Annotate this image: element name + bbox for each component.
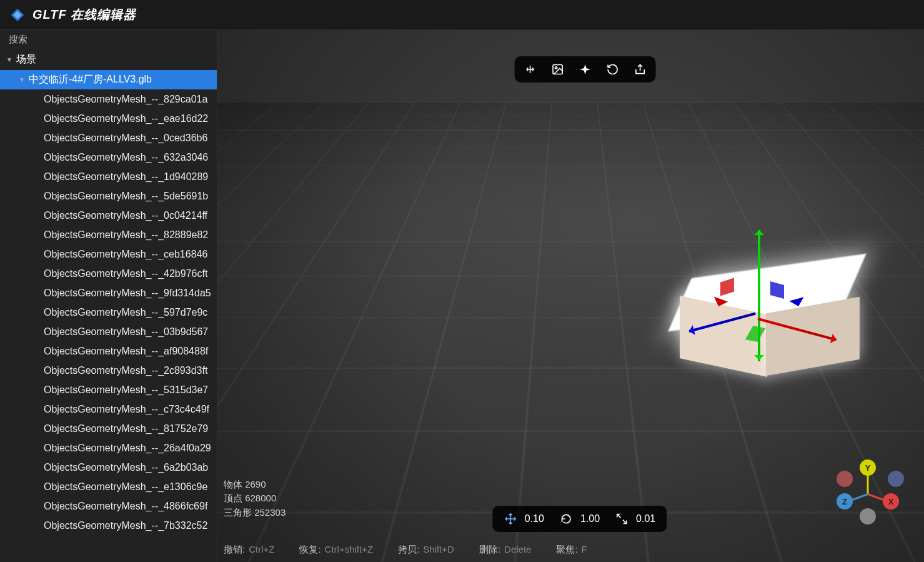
move-snap[interactable]: 0.10 xyxy=(504,512,544,526)
tree-item[interactable]: ObjectsGeometryMesh_--_0ced36b6 xyxy=(0,128,217,148)
rotate-snap[interactable]: 1.00 xyxy=(559,512,600,526)
shortcut-del: 删除:Delete xyxy=(479,544,532,556)
shortcut-dup: 拷贝:Shift+D xyxy=(398,544,454,556)
ground-grid xyxy=(217,102,924,562)
tree-item[interactable]: ObjectsGeometryMesh_--_82889e82 xyxy=(0,225,217,244)
scale-icon xyxy=(615,512,628,526)
tree-item-root[interactable]: ▼ 中交临沂-4#厂房-ALLV3.glb xyxy=(0,70,217,89)
stats-panel: 物体 2690 顶点 628000 三角形 252303 xyxy=(224,478,286,520)
axis-x-ball[interactable]: X xyxy=(883,493,899,509)
scale-step-value: 0.01 xyxy=(636,513,655,524)
rotate-icon xyxy=(559,512,573,526)
snap-controls: 0.10 1.00 0.01 xyxy=(492,506,667,532)
axis-neg-y-ball[interactable] xyxy=(860,508,876,524)
axis-neg-z-ball[interactable] xyxy=(888,471,904,487)
translate-tool-icon[interactable] xyxy=(523,63,537,76)
collapse-icon: ▼ xyxy=(6,56,12,63)
svg-point-3 xyxy=(555,67,557,69)
tree-item[interactable]: ObjectsGeometryMesh_--_eae16d22 xyxy=(0,109,217,128)
move-icon xyxy=(504,512,517,526)
sidebar: 搜索 ▼ 场景 ▼ 中交临沂-4#厂房-ALLV3.glb ObjectsGeo… xyxy=(0,30,217,562)
scale-snap[interactable]: 0.01 xyxy=(615,512,655,526)
tree-item[interactable]: ObjectsGeometryMesh_--_42b976cft xyxy=(0,264,217,283)
tree-item[interactable]: ObjectsGeometryMesh_--_5315d3e7 xyxy=(0,380,217,399)
shortcut-focus: 聚焦:F xyxy=(556,544,587,556)
viewport-toolbar xyxy=(514,56,655,83)
rotate-step-value: 1.00 xyxy=(580,513,600,524)
tree-item-label: 中交临沂-4#厂房-ALLV3.glb xyxy=(29,73,152,86)
tree-item[interactable]: ObjectsGeometryMesh_--_4866fc69f xyxy=(0,496,217,516)
tree-item[interactable]: ObjectsGeometryMesh_--_0c04214ff xyxy=(0,206,217,225)
svg-marker-5 xyxy=(580,68,590,71)
shortcut-redo: 恢复:Ctrl+shift+Z xyxy=(299,544,373,556)
tree-item[interactable]: ObjectsGeometryMesh_--_6a2b03ab xyxy=(0,458,217,477)
shortcuts-bar: 撤销:Ctrl+Z 恢复:Ctrl+shift+Z 拷贝:Shift+D 删除:… xyxy=(224,544,587,556)
tree-item[interactable]: ObjectsGeometryMesh_--_2c893d3ft xyxy=(0,361,217,380)
logo-icon xyxy=(10,8,25,23)
tree-item[interactable]: ObjectsGeometryMesh_--_af908488f xyxy=(0,341,217,361)
axis-orientation-widget[interactable]: Y X Z xyxy=(837,462,899,524)
move-step-value: 0.10 xyxy=(525,513,544,524)
tree-item[interactable]: ObjectsGeometryMesh_--_9fd314da5 xyxy=(0,283,217,303)
image-tool-icon[interactable] xyxy=(550,63,564,76)
scene-tree: ▼ 中交临沂-4#厂房-ALLV3.glb ObjectsGeometryMes… xyxy=(0,70,217,562)
app-header: GLTF 在线编辑器 xyxy=(0,0,924,30)
tree-item[interactable]: ObjectsGeometryMesh_--_5de5691b xyxy=(0,186,217,206)
tree-item[interactable]: ObjectsGeometryMesh_--_1d940289 xyxy=(0,167,217,186)
axis-y-ball[interactable]: Y xyxy=(860,459,876,476)
viewport-3d[interactable]: 物体 2690 顶点 628000 三角形 252303 0.10 1.00 0… xyxy=(217,30,924,562)
axis-z-ball[interactable]: Z xyxy=(837,493,853,509)
tree-item[interactable]: ObjectsGeometryMesh_--_829ca01a xyxy=(0,89,217,109)
tree-item[interactable]: ObjectsGeometryMesh_--_ceb16846 xyxy=(0,244,217,264)
stats-triangles: 三角形 252303 xyxy=(224,506,286,520)
collapse-icon: ▼ xyxy=(19,76,25,83)
tree-item[interactable]: ObjectsGeometryMesh_--_03b9d567 xyxy=(0,322,217,341)
axis-neg-x-ball[interactable] xyxy=(837,471,853,487)
scene-label: 场景 xyxy=(16,53,36,66)
app-title: GLTF 在线编辑器 xyxy=(32,6,136,23)
tree-item[interactable]: ObjectsGeometryMesh_--_81752e79 xyxy=(0,419,217,438)
tree-item[interactable]: ObjectsGeometryMesh_--_632a3046 xyxy=(0,148,217,167)
rotate-view-icon[interactable] xyxy=(605,63,619,76)
tree-item[interactable]: ObjectsGeometryMesh_--_e1306c9e xyxy=(0,477,217,496)
tree-item[interactable]: ObjectsGeometryMesh_--_7b332c52 xyxy=(0,516,217,535)
stats-vertices: 顶点 628000 xyxy=(224,491,286,506)
tree-item[interactable]: ObjectsGeometryMesh_--_c73c4c49f xyxy=(0,399,217,419)
center-tool-icon[interactable] xyxy=(578,63,592,76)
stats-objects: 物体 2690 xyxy=(224,478,286,492)
tree-item[interactable]: ObjectsGeometryMesh_--_26a4f0a29 xyxy=(0,438,217,458)
scene-root[interactable]: ▼ 场景 xyxy=(0,49,217,70)
search-input[interactable]: 搜索 xyxy=(0,30,217,49)
shortcut-undo: 撤销:Ctrl+Z xyxy=(224,544,274,556)
tree-item[interactable]: ObjectsGeometryMesh_--_597d7e9c xyxy=(0,303,217,322)
export-icon[interactable] xyxy=(633,63,647,76)
